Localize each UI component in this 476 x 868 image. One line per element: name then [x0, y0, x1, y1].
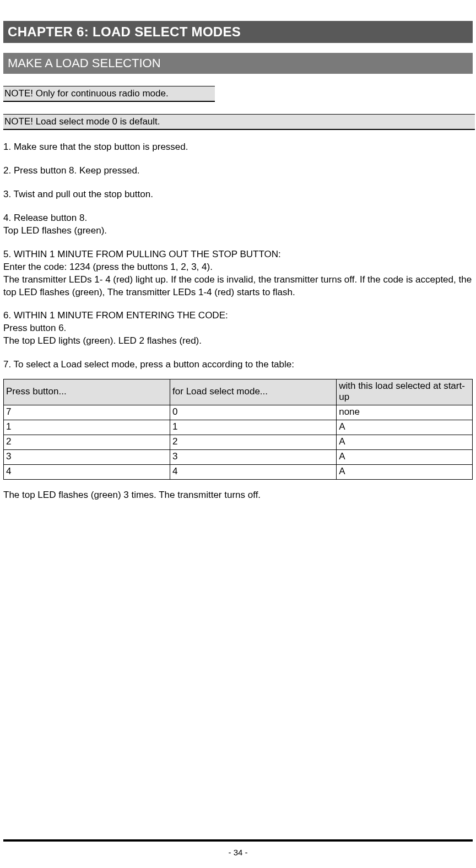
step-5-line-1: 5. WITHIN 1 MINUTE FROM PULLING OUT THE … [3, 249, 281, 259]
step-6: 6. WITHIN 1 MINUTE FROM ENTERING THE COD… [3, 310, 473, 348]
table-row: 2 2 A [4, 435, 473, 450]
table-cell: 3 [170, 450, 337, 465]
step-6-line-1: 6. WITHIN 1 MINUTE FROM ENTERING THE COD… [3, 310, 228, 321]
table-header-row: Press button... for Load select mode... … [4, 379, 473, 405]
table-cell: 2 [4, 435, 170, 450]
table-cell: A [337, 435, 473, 450]
table-header-mode: for Load select mode... [170, 379, 337, 405]
table-cell: 3 [4, 450, 170, 465]
table-cell: A [337, 450, 473, 465]
step-6-line-2: Press button 6. [3, 323, 66, 333]
step-2: 2. Press button 8. Keep pressed. [3, 165, 473, 177]
document-page: CHAPTER 6: LOAD SELECT MODES MAKE A LOAD… [0, 0, 476, 868]
after-table-text: The top LED flashes (green) 3 times. The… [3, 490, 473, 501]
table-cell: 1 [170, 420, 337, 435]
step-1: 1. Make sure that the stop button is pre… [3, 141, 473, 154]
step-4-line-1: 4. Release button 8. [3, 213, 87, 223]
table-cell: 2 [170, 435, 337, 450]
table-cell: 4 [170, 465, 337, 480]
step-6-line-3: The top LED lights (green). LED 2 flashe… [3, 335, 202, 346]
step-4-line-2: Top LED flashes (green). [3, 225, 107, 236]
step-4: 4. Release button 8. Top LED flashes (gr… [3, 212, 473, 237]
table-row: 4 4 A [4, 465, 473, 480]
table-header-button: Press button... [4, 379, 170, 405]
step-5: 5. WITHIN 1 MINUTE FROM PULLING OUT THE … [3, 248, 473, 299]
table-cell: none [337, 405, 473, 420]
step-3: 3. Twist and pull out the stop button. [3, 188, 473, 201]
table-cell: A [337, 465, 473, 480]
table-cell: 0 [170, 405, 337, 420]
table-row: 7 0 none [4, 405, 473, 420]
section-title: MAKE A LOAD SELECTION [3, 53, 473, 74]
note-bar-2: NOTE! Load select mode 0 is default. [3, 114, 475, 130]
table-cell: A [337, 420, 473, 435]
table-row: 1 1 A [4, 420, 473, 435]
footer-rule [3, 839, 473, 842]
table-cell: 4 [4, 465, 170, 480]
table-cell: 7 [4, 405, 170, 420]
chapter-title: CHAPTER 6: LOAD SELECT MODES [3, 21, 473, 43]
load-select-table: Press button... for Load select mode... … [3, 379, 473, 480]
step-7: 7. To select a Load select mode, press a… [3, 359, 473, 371]
page-number: - 34 - [0, 848, 476, 857]
table-row: 3 3 A [4, 450, 473, 465]
table-cell: 1 [4, 420, 170, 435]
table-header-startup: with this load selected at start-up [337, 379, 473, 405]
step-5-line-3: The transmitter LEDs 1- 4 (red) light up… [3, 274, 472, 297]
note-bar-1: NOTE! Only for continuous radio mode. [3, 86, 215, 102]
load-select-table-wrap: Press button... for Load select mode... … [3, 379, 473, 480]
step-5-line-2: Enter the code: 1234 (press the buttons … [3, 262, 213, 272]
